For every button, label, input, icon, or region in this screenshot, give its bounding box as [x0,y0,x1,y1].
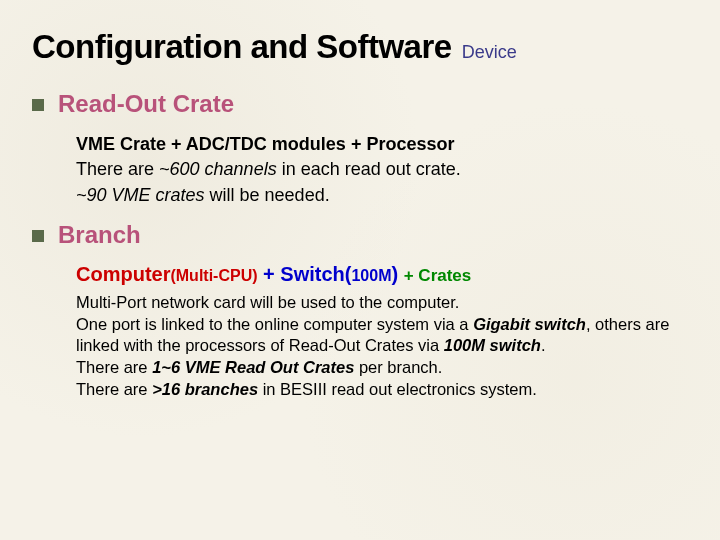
text: in BESIII read out electronics system. [258,380,537,398]
square-bullet-icon [32,230,44,242]
slide-title: Configuration and Software [32,28,452,66]
gigabit-switch: Gigabit switch [473,315,586,333]
section-head: Read-Out Crate [32,90,688,118]
section-heading: Read-Out Crate [58,90,234,118]
switch-label: + Switch( [258,263,352,285]
branch-components: Computer(Multi-CPU) + Switch(100M) + Cra… [76,263,688,286]
section-branch: Branch Computer(Multi-CPU) + Switch(100M… [32,221,688,401]
multi-cpu-label: (Multi-CPU) [170,267,257,284]
port-link-line: One port is linked to the online compute… [76,314,688,358]
title-row: Configuration and Software Device [32,28,688,66]
multiport-line: Multi-Port network card will be used to … [76,292,688,314]
crates-label: + Crates [404,266,472,285]
text: There are [76,380,152,398]
hundred-m-switch: 100M switch [444,336,541,354]
channels-count: ~600 channels [159,159,277,179]
readout-channels-line: There are ~600 channels in each read out… [76,157,688,181]
text: per branch. [354,358,442,376]
section-body: Computer(Multi-CPU) + Switch(100M) + Cra… [32,263,688,401]
section-body: VME Crate + ADC/TDC modules + Processor … [32,132,688,207]
section-readout: Read-Out Crate VME Crate + ADC/TDC modul… [32,90,688,207]
text: ) [391,263,403,285]
text: will be needed. [205,185,330,205]
readout-crates-line: ~90 VME crates will be needed. [76,183,688,207]
readout-components: VME Crate + ADC/TDC modules + Processor [76,132,688,156]
crates-range: 1~6 VME Read Out Crates [152,358,354,376]
switch-speed: 100M [351,267,391,284]
crates-count: ~90 VME crates [76,185,205,205]
branches-count: >16 branches [152,380,258,398]
computer-label: Computer [76,263,170,285]
text: There are [76,159,159,179]
text: . [541,336,546,354]
section-head: Branch [32,221,688,249]
text: One port is linked to the online compute… [76,315,473,333]
branches-count-line: There are >16 branches in BESIII read ou… [76,379,688,401]
square-bullet-icon [32,99,44,111]
section-heading: Branch [58,221,141,249]
slide-subtitle: Device [462,42,517,63]
text: in each read out crate. [277,159,461,179]
crates-per-branch-line: There are 1~6 VME Read Out Crates per br… [76,357,688,379]
text: There are [76,358,152,376]
